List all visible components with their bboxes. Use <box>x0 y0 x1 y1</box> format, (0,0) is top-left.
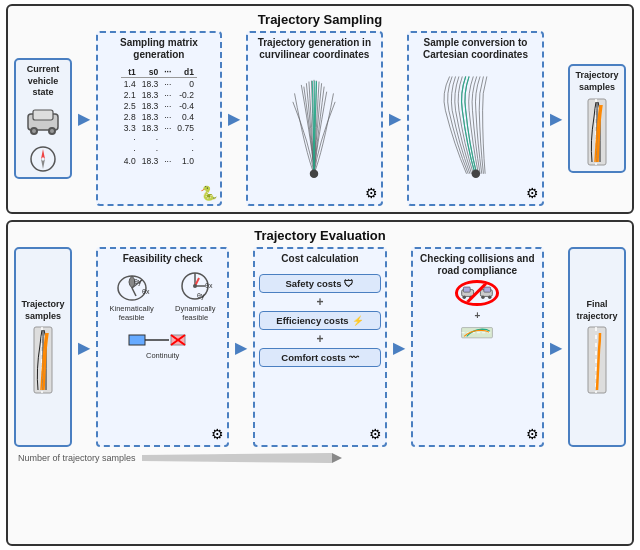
comfort-costs-item: Comfort costs 〰 <box>259 348 380 367</box>
compass-icon <box>29 145 57 173</box>
cost-calc-box: Cost calculation Safety costs 🛡 + Effici… <box>253 247 386 447</box>
svg-point-34 <box>488 295 491 298</box>
svg-point-33 <box>482 295 485 298</box>
traj-generation-box: Trajectory generation in curvilinear coo… <box>246 31 383 206</box>
current-vehicle-label: Current vehicle state <box>20 64 66 99</box>
sampling-matrix-table: t1s0···d1 1.418.3···0 2.118.3···-0.2 2.5… <box>121 66 197 166</box>
collision-plus: + <box>474 310 480 321</box>
cars-icon <box>460 281 494 305</box>
svg-marker-8 <box>41 159 45 169</box>
sample-conversion-visual <box>430 68 520 178</box>
dynamically-label: Dynamically feasible <box>167 304 223 322</box>
trajectory-samples-visual <box>578 97 616 167</box>
trajectory-samples-box: Trajectory samples <box>568 64 626 172</box>
sample-conversion-title: Sample conversion to Cartesian coordinat… <box>413 37 538 61</box>
evaluation-title: Trajectory Evaluation <box>14 226 626 247</box>
svg-marker-7 <box>41 149 45 159</box>
conversion-badge: ⚙ <box>526 185 539 201</box>
svg-point-5 <box>50 129 54 133</box>
svg-text:θy: θy <box>197 292 205 300</box>
svg-point-19 <box>193 284 197 288</box>
efficiency-costs-item: Efficiency costs ⚡ <box>259 311 380 330</box>
arrow-4: ▶ <box>549 109 563 128</box>
cost-badge: ⚙ <box>369 426 382 442</box>
arrow-eval-3: ▶ <box>392 247 406 447</box>
no-collision-sign <box>455 280 499 306</box>
feasibility-badge: ⚙ <box>211 426 224 442</box>
sampling-section: Trajectory Sampling Current vehicle stat… <box>6 4 634 214</box>
svg-point-30 <box>470 295 473 298</box>
svg-text:θx: θx <box>205 282 213 289</box>
svg-rect-28 <box>464 287 471 292</box>
continuity-label: Continuity <box>146 351 179 360</box>
svg-point-9 <box>310 170 318 178</box>
feasibility-area: θy θx Kinematically feasible <box>102 268 223 360</box>
kinematically-label: Kinematically feasible <box>102 304 161 322</box>
final-trajectory-box: Final trajectory <box>568 247 626 447</box>
svg-point-4 <box>32 129 36 133</box>
kinematic-icon: θy θx <box>114 268 150 304</box>
traj-gen-badge: ⚙ <box>365 185 378 201</box>
traj-generation-visual <box>269 68 359 178</box>
eval-trajectory-samples-visual <box>24 325 62 395</box>
plus-2: + <box>316 332 323 346</box>
arrow-2: ▶ <box>227 109 241 128</box>
svg-text:θx: θx <box>142 288 150 295</box>
collision-box: Checking collisions and road compliance <box>411 247 544 447</box>
current-vehicle-box: Current vehicle state <box>14 58 72 179</box>
sampling-matrix-box: Sampling matrix generation t1s0···d1 1.4… <box>96 31 222 206</box>
arrow-3: ▶ <box>388 109 402 128</box>
samples-bar-visual <box>142 453 342 463</box>
efficiency-costs-label: Efficiency costs <box>276 315 348 326</box>
comfort-icon: 〰 <box>349 352 359 363</box>
shield-icon: 🛡 <box>344 278 354 289</box>
vehicle-icon <box>24 104 62 142</box>
svg-rect-32 <box>484 287 491 292</box>
trajectory-samples-label: Trajectory samples <box>574 70 620 93</box>
road-compliance-visual <box>442 325 512 340</box>
svg-point-29 <box>463 295 466 298</box>
dynamically-item: θy θx Dynamically feasible <box>167 268 223 322</box>
efficiency-icon: ⚡ <box>352 315 364 326</box>
collision-badge: ⚙ <box>526 426 539 442</box>
samples-bar-container: Number of trajectory samples <box>14 451 626 463</box>
cost-calc-title: Cost calculation <box>281 253 358 265</box>
safety-costs-label: Safety costs <box>286 278 342 289</box>
collision-visual: + <box>417 280 538 340</box>
sample-conversion-box: Sample conversion to Cartesian coordinat… <box>407 31 544 206</box>
kinematically-item: θy θx Kinematically feasible <box>102 268 161 322</box>
arrow-1: ▶ <box>77 109 91 128</box>
sampling-title: Trajectory Sampling <box>14 10 626 31</box>
feasibility-box: Feasibility check θy θx <box>96 247 229 447</box>
svg-text:θy: θy <box>134 278 142 286</box>
svg-rect-1 <box>33 110 53 120</box>
evaluation-section: Trajectory Evaluation Trajectory samples… <box>6 220 634 546</box>
arrow-eval-4: ▶ <box>549 247 563 447</box>
arrow-eval-2: ▶ <box>234 247 248 447</box>
continuity-icon <box>127 329 199 351</box>
sampling-matrix-title: Sampling matrix generation <box>102 37 216 61</box>
arrow-eval-1: ▶ <box>77 247 91 447</box>
dynamic-icon: θy θx <box>177 268 213 304</box>
final-trajectory-label: Final trajectory <box>574 299 620 322</box>
collision-title: Checking collisions and road compliance <box>417 253 538 277</box>
eval-trajectory-samples-label: Trajectory samples <box>20 299 66 322</box>
safety-costs-item: Safety costs 🛡 <box>259 274 380 293</box>
traj-generation-title: Trajectory generation in curvilinear coo… <box>252 37 377 61</box>
svg-marker-39 <box>142 453 332 463</box>
continuity-item: Continuity <box>102 329 223 360</box>
comfort-costs-label: Comfort costs <box>281 352 345 363</box>
svg-rect-22 <box>129 335 145 345</box>
feasibility-title: Feasibility check <box>123 253 203 265</box>
samples-bar-label: Number of trajectory samples <box>18 453 136 463</box>
python-badge: 🐍 <box>200 185 217 201</box>
svg-marker-40 <box>332 453 342 463</box>
svg-point-10 <box>472 170 480 178</box>
final-trajectory-visual <box>578 325 616 395</box>
plus-1: + <box>316 295 323 309</box>
eval-trajectory-samples-box: Trajectory samples <box>14 247 72 447</box>
